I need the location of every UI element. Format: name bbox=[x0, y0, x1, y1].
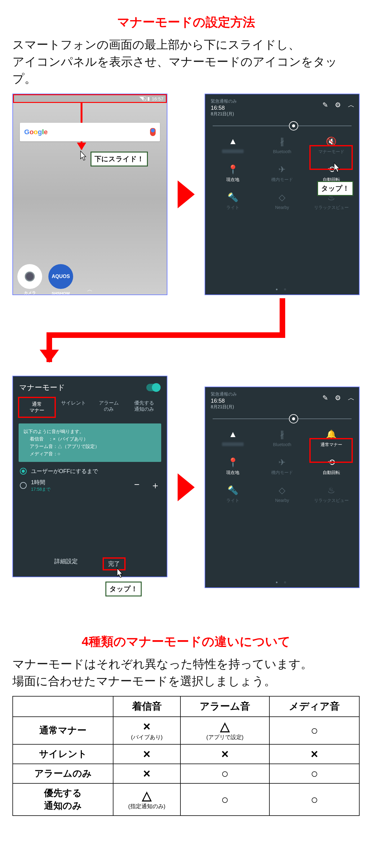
manner-modes-table: 着信音 アラーム音 メディア音 通常マナー ×(バイブあり) △(アプリで設定)… bbox=[12, 696, 360, 816]
screenshot-manner-dialog: マナーモード 通常 マナー サイレント アラーム のみ 優先する 通知のみ 以下… bbox=[12, 376, 167, 577]
signal-icon bbox=[139, 97, 144, 100]
cell: × bbox=[113, 744, 180, 764]
settings-icon[interactable] bbox=[335, 101, 341, 109]
flow-arrow-2 bbox=[178, 473, 195, 501]
cell: ○ bbox=[180, 783, 270, 816]
diff-line2: 場面に合わせたマナーモードを選択しましょう。 bbox=[12, 675, 276, 688]
app-shshow-label: SHSHOW bbox=[52, 291, 70, 295]
tab-alarm-only[interactable]: アラーム のみ bbox=[91, 397, 126, 418]
radio-until-off[interactable]: ユーザーがOFFにするまで bbox=[13, 462, 167, 477]
flow-arrow-1 bbox=[178, 180, 195, 208]
minus-button[interactable]: − bbox=[134, 479, 140, 492]
cell: ×(バイブあり) bbox=[113, 717, 180, 744]
cell: × bbox=[180, 744, 270, 764]
app-shshow[interactable]: AQUOSSHSHOW bbox=[49, 264, 73, 289]
qs-location[interactable]: 📍現在地 bbox=[208, 456, 258, 475]
qs-nearby[interactable]: ◇Nearby bbox=[258, 484, 307, 503]
wifi-ssid-blurred bbox=[222, 442, 244, 446]
info-line-ring: 着信音 ：×（バイブあり） bbox=[24, 435, 156, 443]
row-priority: 優先する 通知のみ bbox=[13, 783, 113, 816]
row-normal: 通常マナー bbox=[13, 717, 113, 744]
pointer-icon bbox=[331, 162, 342, 174]
page-indicator: ● ○ bbox=[205, 287, 359, 291]
info-line-alarm: アラーム音：△（アプリで設定） bbox=[24, 443, 156, 450]
qs-relax-view[interactable]: ♨リラックスビュー bbox=[307, 484, 356, 503]
status-bar: ⃠ 16:57 bbox=[13, 94, 167, 103]
qs-header: 緊急通報のみ 16:58 8月21日(月) ︿ bbox=[205, 94, 359, 119]
done-button[interactable]: 完了 bbox=[108, 560, 120, 567]
col-blank bbox=[13, 696, 113, 717]
qs-location[interactable]: 📍現在地 bbox=[208, 163, 258, 183]
qs-wifi[interactable]: ▲ bbox=[208, 428, 258, 447]
tab-silent[interactable]: サイレント bbox=[56, 397, 91, 418]
qs-flashlight[interactable]: 🔦ライト bbox=[208, 484, 258, 503]
radio-duration[interactable]: 1時間 17:58まで − ＋ bbox=[13, 477, 167, 492]
qs-bluetooth[interactable]: ∦Bluetooth bbox=[258, 428, 307, 447]
qs-date: 8月21日(月) bbox=[211, 404, 353, 410]
row-silent: サイレント bbox=[13, 744, 113, 764]
duration-until: 17:58まで bbox=[31, 487, 51, 492]
cell: ○ bbox=[180, 764, 270, 783]
flow-arrow-down bbox=[12, 295, 360, 376]
google-logo: Google bbox=[24, 128, 48, 136]
qs-bluetooth[interactable]: ∦Bluetooth bbox=[258, 135, 307, 155]
row-alarm-only: アラームのみ bbox=[13, 764, 113, 783]
hint-slide-down: 下にスライド！ bbox=[91, 152, 148, 166]
aquos-text: AQUOS bbox=[52, 274, 70, 279]
qs-nearby[interactable]: ◇Nearby bbox=[258, 191, 307, 211]
cell: ○ bbox=[269, 717, 359, 744]
qs-flashlight[interactable]: 🔦ライト bbox=[208, 191, 258, 211]
differences-text: マナーモードはそれぞれ異なった特性を持っています。 場面に合わせたマナーモードを… bbox=[12, 656, 360, 690]
tab-priority-only[interactable]: 優先する 通知のみ bbox=[126, 397, 162, 418]
qs-airplane[interactable]: ✈機内モード bbox=[258, 163, 307, 183]
app-camera[interactable]: カメラ bbox=[18, 264, 42, 289]
battery-icon bbox=[147, 96, 150, 101]
screenshot-quicksettings-after: 緊急通報のみ 16:58 8月21日(月) ︿ ▲ ∦Bluetooth 🔔通常… bbox=[205, 386, 360, 588]
cell: ○ bbox=[269, 783, 359, 816]
qs-wifi[interactable]: ▲ bbox=[208, 135, 258, 155]
radio-until-off-label: ユーザーがOFFにするまで bbox=[31, 467, 98, 475]
diff-line1: マナーモードはそれぞれ異なった特性を持っています。 bbox=[12, 657, 312, 671]
collapse-icon[interactable]: ︿ bbox=[348, 393, 354, 403]
app-drawer-handle[interactable]: ︿ bbox=[87, 286, 93, 293]
detail-settings-button[interactable]: 詳細設定 bbox=[54, 557, 78, 570]
edit-icon[interactable] bbox=[322, 101, 328, 109]
instruction-line1: スマートフォンの画面の最上部から下にスライドし、 bbox=[12, 38, 300, 51]
manner-toggle[interactable] bbox=[146, 384, 161, 391]
heading-setup: マナーモードの設定方法 bbox=[12, 13, 360, 31]
duration-value: 1時間 bbox=[31, 478, 51, 486]
mic-icon[interactable] bbox=[150, 128, 156, 136]
manner-info-box: 以下のように音が鳴ります。 着信音 ：×（バイブあり） アラーム音：△（アプリで… bbox=[19, 424, 161, 462]
brightness-slider[interactable] bbox=[213, 418, 351, 419]
cell: × bbox=[113, 764, 180, 783]
cell: △(アプリで設定) bbox=[180, 717, 270, 744]
screenshot-home: ⃠ 16:57 Google 下にスライド！ カメラ AQUOSSHSHOW bbox=[12, 94, 167, 295]
pointer-icon bbox=[78, 150, 88, 162]
radio-icon-checked[interactable] bbox=[20, 468, 27, 475]
col-alarm: アラーム音 bbox=[180, 696, 270, 717]
cell: ○ bbox=[269, 764, 359, 783]
settings-icon[interactable] bbox=[335, 394, 341, 402]
page-indicator: ● ○ bbox=[205, 580, 359, 584]
dialog-title: マナーモード bbox=[19, 382, 65, 393]
wifi-ssid-blurred bbox=[222, 149, 244, 153]
radio-icon-unchecked[interactable] bbox=[20, 482, 27, 489]
plus-button[interactable]: ＋ bbox=[151, 479, 160, 492]
status-clock: 16:57 bbox=[152, 96, 163, 101]
instruction-line2: アイコンパネルを表示させ、マナーモードのアイコンをタップ。 bbox=[12, 55, 337, 85]
tab-normal-manner[interactable]: 通常 マナー bbox=[18, 397, 56, 418]
qs-header: 緊急通報のみ 16:58 8月21日(月) ︿ bbox=[205, 387, 359, 412]
screenshot-quicksettings-before: 緊急通報のみ 16:58 8月21日(月) ︿ ▲ ∦Bluetooth 🔇マナ… bbox=[205, 94, 360, 295]
info-line-media: メディア音：○ bbox=[24, 450, 156, 458]
app-camera-label: カメラ bbox=[24, 290, 36, 295]
info-head: 以下のように音が鳴ります。 bbox=[24, 428, 156, 435]
cell: △(指定通知のみ) bbox=[113, 783, 180, 816]
brightness-slider[interactable] bbox=[213, 126, 351, 126]
qs-airplane[interactable]: ✈機内モード bbox=[258, 456, 307, 475]
manner-tabs: 通常 マナー サイレント アラーム のみ 優先する 通知のみ bbox=[13, 397, 167, 418]
heading-differences: 4種類のマナーモードの違いについて bbox=[12, 633, 360, 650]
edit-icon[interactable] bbox=[322, 394, 328, 402]
hint-tap: タップ！ bbox=[317, 181, 353, 196]
collapse-icon[interactable]: ︿ bbox=[348, 100, 354, 110]
google-search-bar[interactable]: Google bbox=[20, 123, 160, 142]
